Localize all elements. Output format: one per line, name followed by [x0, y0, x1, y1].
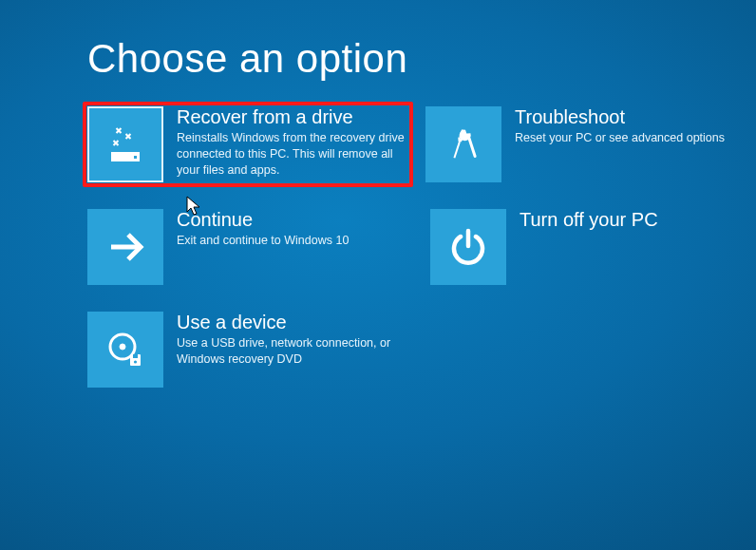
svg-rect-17: [133, 354, 138, 358]
option-title: Troubleshoot: [515, 106, 756, 127]
recovery-drive-icon: [87, 106, 163, 182]
page-title: Choose an option: [87, 36, 756, 82]
option-title: Use a device: [177, 312, 420, 332]
option-title: Recover from a drive: [177, 106, 408, 127]
option-desc: Use a USB drive, network connection, or …: [177, 335, 405, 368]
svg-point-15: [120, 344, 125, 350]
svg-rect-7: [134, 156, 137, 159]
tools-icon: [425, 106, 501, 182]
option-title: Continue: [177, 209, 413, 230]
svg-rect-11: [467, 137, 477, 159]
option-turn-off[interactable]: Turn off your PC: [430, 209, 756, 285]
option-title: Turn off your PC: [520, 209, 756, 230]
option-troubleshoot[interactable]: Troubleshoot Reset your PC or see advanc…: [425, 106, 756, 182]
option-continue[interactable]: Continue Exit and continue to Windows 10: [87, 209, 413, 285]
option-desc: Exit and continue to Windows 10: [177, 233, 405, 249]
power-icon: [430, 209, 506, 285]
option-recover-from-drive[interactable]: Recover from a drive Reinstalls Windows …: [83, 102, 413, 187]
arrow-right-icon: [87, 209, 163, 285]
disc-drive-icon: [87, 312, 163, 388]
svg-rect-10: [453, 142, 460, 159]
option-desc: Reinstalls Windows from the recovery dri…: [177, 130, 405, 179]
option-use-a-device[interactable]: Use a device Use a USB drive, network co…: [87, 312, 420, 388]
option-desc: Reset your PC or see advanced options: [515, 130, 743, 146]
svg-point-18: [134, 360, 137, 363]
